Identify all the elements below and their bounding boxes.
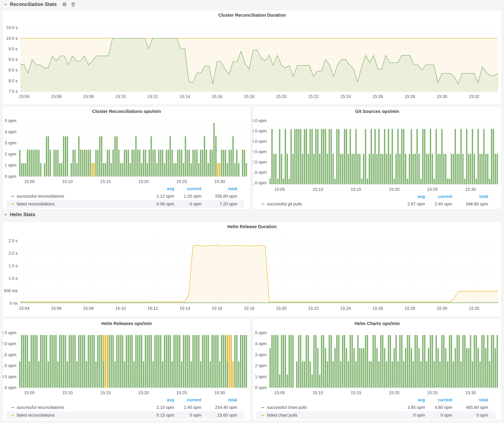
x-tick-label: 15:22 [308, 306, 319, 311]
legend-col-avg[interactable]: avg [144, 398, 174, 402]
x-tick-label: 15:15 [351, 187, 361, 192]
legend-row: failed reconciliations0.13 opm0 opm15.60… [6, 411, 244, 419]
legend-col-total[interactable]: total [452, 398, 488, 402]
legend-col-current[interactable]: current [425, 398, 452, 402]
y-tick-label: 2.0 s [8, 251, 18, 256]
y-tick-label: 8.0 s [8, 78, 18, 83]
panel-helm-release-duration: Helm Release Duration 0 ns500 ms1.0 s1.5… [2, 222, 502, 317]
panel-title[interactable]: Cluster Reconciliations ops/min [3, 109, 251, 114]
legend-value-total: 465.60 opm [452, 405, 488, 410]
x-tick-label: 15:25 [176, 390, 187, 395]
grid [19, 333, 247, 388]
x-tick-label: 15:30 [465, 390, 476, 395]
y-tick-label: 5 opm [255, 330, 267, 335]
legend: avgcurrenttotalsuccessful chart pulls3.8… [257, 396, 495, 419]
panel-title[interactable]: Helm Releases ops/min [3, 321, 251, 326]
x-tick-label: 15:30 [215, 390, 225, 395]
y-tick-label: 2.5 opm [3, 330, 16, 335]
panel-title[interactable]: Cluster Reconciliation Duration [3, 13, 501, 18]
y-tick-label: 3.5 opm [253, 129, 267, 133]
x-tick-label: 15:10 [115, 94, 126, 99]
legend-value-total: 346.80 opm [452, 202, 488, 206]
x-tick-label: 15:32 [469, 94, 480, 99]
section-title[interactable]: Helm Stats [10, 212, 35, 217]
x-tick-label: 15:30 [215, 179, 225, 184]
legend-col-current[interactable]: current [174, 398, 201, 402]
x-tick-label: 15:22 [308, 94, 319, 99]
legend-value-avg: 2.10 opm [144, 405, 174, 410]
legend-value-current: 0 opm [425, 413, 452, 418]
y-tick-label: 0 ns [10, 301, 18, 306]
panel-title[interactable]: Helm Release Duration [3, 224, 501, 229]
y-tick-label: 10.5 s [6, 25, 18, 30]
chevron-down-icon[interactable] [3, 1, 7, 7]
y-tick-label: 1.5 s [8, 264, 18, 268]
y-tick-label: 500 ms [4, 288, 18, 293]
legend-value-total: 254.40 opm [201, 405, 237, 410]
trash-icon[interactable] [70, 1, 76, 7]
panel-git-sources-opm: Git Sources ops/min 1.0 opm1.5 opm2.0 op… [253, 106, 502, 209]
y-tick-label: 2.5 opm [253, 149, 267, 154]
legend-header: avgcurrenttotal [257, 193, 495, 200]
legend-header: avgcurrenttotal [257, 396, 495, 404]
legend-label[interactable]: successful chart pulls [267, 405, 307, 410]
legend-value-total: 256.80 opm [201, 194, 237, 199]
legend-value-current: 2.40 opm [174, 405, 201, 410]
x-tick-label: 15:25 [427, 390, 438, 395]
x-tick-label: 15:10 [313, 187, 323, 192]
x-tick-label: 15:20 [276, 306, 287, 311]
panel-title[interactable]: Git Sources ops/min [253, 109, 501, 114]
x-tick-label: 15:04 [19, 306, 30, 311]
legend-col-current[interactable]: current [425, 194, 452, 199]
legend-label[interactable]: failed chart pulls [267, 413, 297, 418]
legend-col-avg[interactable]: avg [144, 186, 174, 191]
legend-value-avg: 2.87 opm [395, 202, 425, 206]
x-tick-label: 15:04 [19, 94, 30, 99]
section-header-helm-stats[interactable]: Helm Stats [3, 211, 35, 219]
section-title[interactable]: Reconciliation Stats [10, 1, 57, 7]
panel-title[interactable]: Helm Charts ops/min [253, 321, 501, 326]
x-tick-label: 15:15 [100, 390, 111, 395]
y-tick-label: 0 opm [5, 385, 16, 390]
x-tick-label: 15:10 [115, 306, 126, 311]
legend-col-avg[interactable]: avg [395, 194, 425, 199]
x-tick-label: 15:05 [24, 179, 35, 184]
x-tick-label: 15:20 [138, 390, 149, 395]
legend-swatch [11, 415, 14, 416]
legend-label[interactable]: successful git pulls [267, 202, 302, 206]
legend-swatch [261, 204, 264, 205]
x-tick-label: 15:05 [275, 390, 285, 395]
legend-col-total[interactable]: total [201, 398, 237, 402]
y-tick-label: 2 opm [5, 152, 16, 157]
legend-swatch [11, 196, 14, 197]
chart-cluster-reconciliation-duration[interactable]: 7.5 s8.0 s8.5 s9.0 s9.5 s10.0 s10.5 s15:… [3, 11, 501, 105]
x-tick-label: 15:15 [100, 179, 111, 184]
legend-row: failed reconciliations0.06 opm0 opm7.20 … [6, 200, 244, 208]
series-line-release-duration [20, 302, 498, 303]
chevron-down-icon[interactable] [3, 212, 7, 218]
y-tick-label: 2.0 opm [3, 341, 16, 346]
legend-col-total[interactable]: total [452, 194, 488, 199]
legend-label[interactable]: failed reconciliations [17, 202, 54, 206]
legend-col-total[interactable]: total [201, 186, 237, 191]
legend-swatch [11, 407, 14, 408]
chart-helm-release-duration[interactable]: 0 ns500 ms1.0 s1.5 s2.0 s2.5 s15:0415:06… [3, 222, 501, 316]
section-header-reconciliation-stats[interactable]: Reconciliation Stats [3, 0, 76, 8]
x-tick-label: 15:14 [180, 94, 190, 99]
panel-helm-releases-opm: Helm Releases ops/min 0 opm0.5 opm1.0 op… [2, 319, 251, 421]
y-tick-label: 1 opm [255, 374, 267, 379]
x-tick-label: 15:20 [276, 94, 287, 99]
legend-label[interactable]: failed reconciliations [17, 413, 54, 418]
legend-label[interactable]: successful reconciliations [17, 194, 64, 199]
panel-cluster-reconciliations-opm: Cluster Reconciliations ops/min 0 opm1 o… [2, 106, 251, 209]
legend-label[interactable]: successful reconciliations [17, 405, 64, 410]
grid [19, 121, 247, 177]
legend-col-current[interactable]: current [174, 186, 201, 191]
y-tick-label: 2.0 opm [253, 160, 267, 164]
legend-value-current: 0 opm [174, 413, 201, 418]
legend-swatch [11, 204, 14, 205]
gear-icon[interactable] [61, 1, 68, 7]
x-tick-label: 15:32 [469, 306, 480, 311]
x-tick-label: 15:20 [389, 390, 400, 395]
legend-col-avg[interactable]: avg [395, 398, 425, 402]
